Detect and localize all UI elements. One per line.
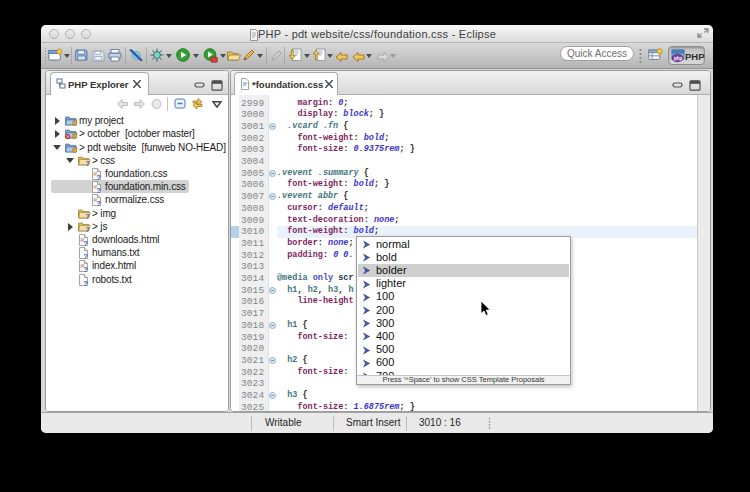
- svg-text:?: ?: [86, 212, 90, 219]
- svg-text:?: ?: [83, 252, 88, 259]
- svg-text:?: ?: [86, 160, 90, 167]
- svg-text:?: ?: [83, 265, 88, 272]
- svg-text:?: ?: [83, 278, 88, 285]
- svg-text:?: ?: [96, 199, 101, 206]
- svg-text:php: php: [674, 56, 682, 61]
- svg-text:?: ?: [96, 186, 101, 193]
- svg-text:?: ?: [96, 173, 101, 180]
- svg-text:?: ?: [86, 226, 90, 233]
- svg-text:?: ?: [83, 239, 88, 246]
